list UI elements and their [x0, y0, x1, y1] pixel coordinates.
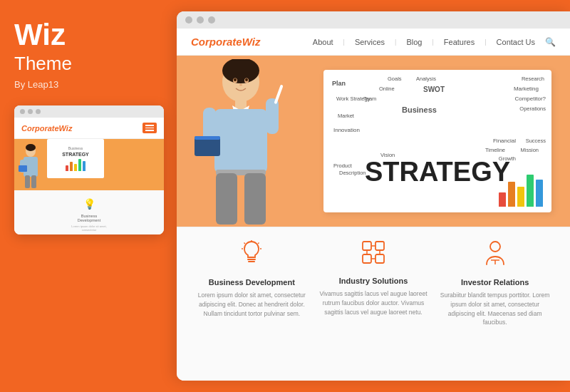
svg-rect-16: [216, 173, 237, 225]
strategy-main-text: STRATEGY: [365, 157, 510, 187]
svg-rect-5: [25, 175, 30, 188]
browser-dot-3: [208, 16, 215, 24]
feature-desc-2: Vivamus sagittis lacus vel augue laoreet…: [316, 289, 430, 316]
word-financial: Financial: [493, 138, 516, 144]
svg-point-40: [490, 242, 500, 252]
word-business: Business: [402, 105, 437, 114]
nav-link-blog[interactable]: Blog: [406, 38, 422, 46]
hero-board-area: Plan Goals Analysis Research Online SWOT…: [319, 63, 570, 220]
hero-person-area: [177, 56, 319, 227]
theme-label: Theme: [14, 53, 72, 75]
svg-rect-6: [31, 175, 36, 188]
word-plan: Plan: [332, 80, 346, 87]
mini-topbar: [14, 105, 164, 118]
mini-features: 💡 Business Development Lorem ipsum dolor…: [14, 190, 164, 234]
nav-link-features[interactable]: Features: [444, 38, 475, 46]
word-marketing: Marketing: [514, 86, 539, 92]
word-operations: Operations: [519, 105, 546, 112]
strategy-board: Plan Goals Analysis Research Online SWOT…: [323, 70, 551, 212]
nav-link-services[interactable]: Services: [355, 38, 385, 46]
feature-item-3: Investor Relations Surabiitur blandit te…: [438, 240, 552, 371]
strategy-content: Plan Goals Analysis Research Online SWOT…: [323, 70, 551, 212]
wiz-title: Wiz: [14, 20, 66, 50]
bar-5: [536, 180, 543, 207]
mini-feature-1: 💡 Business Development Lorem ipsum dolor…: [71, 196, 107, 232]
word-analysis: Analysis: [416, 76, 436, 82]
word-swot: SWOT: [423, 86, 445, 93]
nav-link-contact[interactable]: Contact Us: [497, 38, 535, 46]
svg-rect-14: [274, 85, 283, 105]
hero-person-svg: [187, 59, 294, 227]
svg-rect-9: [235, 99, 247, 109]
svg-rect-19: [195, 136, 220, 140]
word-online: Online: [379, 86, 395, 92]
mini-board: Business STRATEGY: [47, 139, 104, 178]
site-logo-text: Corporate: [191, 36, 242, 48]
right-panel: CorporateWiz About | Services | Blog | F…: [177, 11, 570, 381]
feature-item-2: Industry Solutions Vivamus sagittis lacu…: [316, 240, 430, 371]
feature-desc-3: Surabiitur blandit tempus porttitor. Lor…: [438, 291, 552, 327]
feature-industry-icon: [361, 240, 385, 269]
word-team: Team: [363, 96, 376, 102]
word-research: Research: [522, 76, 544, 82]
word-market: Market: [338, 113, 354, 119]
browser-dot-1: [185, 16, 192, 24]
svg-rect-26: [248, 261, 255, 262]
mini-dot-1: [20, 109, 25, 114]
by-label: By Leap13: [14, 79, 58, 90]
svg-line-31: [258, 243, 259, 244]
svg-rect-34: [363, 254, 371, 263]
svg-point-24: [239, 84, 242, 86]
mini-feature-label-1: Business Development: [71, 214, 107, 222]
mini-person-svg: [17, 144, 44, 190]
bar-2: [508, 182, 515, 207]
word-goals: Goals: [388, 76, 402, 82]
svg-rect-17: [244, 173, 266, 225]
svg-point-1: [26, 144, 36, 151]
site-features: Business Development Lorem ipsum dolor s…: [177, 227, 570, 381]
svg-point-23: [245, 78, 248, 81]
feature-title-1: Business Development: [209, 278, 295, 287]
bar-4: [527, 175, 534, 207]
feature-desc-1: Lorem ipsum dolor sit amet, consectetur …: [195, 291, 309, 318]
word-competitor: Competitor?: [514, 96, 546, 102]
feature-item-1: Business Development Lorem ipsum dolor s…: [195, 240, 309, 371]
svg-rect-32: [363, 242, 371, 250]
strategy-bars: [499, 175, 543, 207]
word-success: Success: [526, 138, 546, 144]
svg-rect-33: [375, 242, 384, 250]
mini-hero: Business STRATEGY: [14, 139, 164, 190]
site-hero: Plan Goals Analysis Research Online SWOT…: [177, 56, 570, 227]
feature-title-2: Industry Solutions: [339, 277, 408, 285]
bar-1: [499, 192, 506, 207]
mini-preview-card: CorporateWiz: [14, 105, 164, 234]
svg-rect-4: [19, 165, 27, 172]
site-nav-links: About | Services | Blog | Features | Con…: [313, 37, 556, 47]
svg-point-22: [234, 78, 237, 81]
site-logo-italic: Wiz: [242, 36, 261, 48]
bar-3: [517, 187, 524, 207]
browser-bar: [177, 11, 570, 29]
nav-link-about[interactable]: About: [313, 38, 333, 46]
mini-logo: CorporateWiz: [21, 124, 72, 133]
feature-bulb-icon: [240, 240, 263, 271]
browser-dot-2: [197, 16, 204, 24]
feature-investor-icon: [484, 240, 507, 271]
mini-dot-3: [36, 109, 41, 114]
feature-title-3: Investor Relations: [461, 278, 529, 287]
site-nav: CorporateWiz About | Services | Blog | F…: [177, 29, 570, 56]
svg-line-30: [244, 243, 246, 244]
word-timeline: Timeline: [485, 147, 505, 153]
search-icon[interactable]: 🔍: [545, 37, 556, 47]
left-panel: Wiz Theme By Leap13 CorporateWiz: [0, 0, 177, 392]
word-description: Description: [339, 170, 366, 176]
svg-rect-35: [375, 254, 384, 263]
mini-hamburger-button[interactable]: [142, 123, 157, 133]
site-logo: CorporateWiz: [191, 36, 260, 48]
svg-rect-11: [214, 109, 267, 173]
mini-strategy-text: STRATEGY: [62, 152, 89, 158]
word-product: Product: [333, 163, 352, 169]
mini-bulb-icon: 💡: [81, 196, 97, 212]
word-mission: Mission: [521, 147, 539, 153]
word-innovation: Innovation: [333, 127, 360, 133]
